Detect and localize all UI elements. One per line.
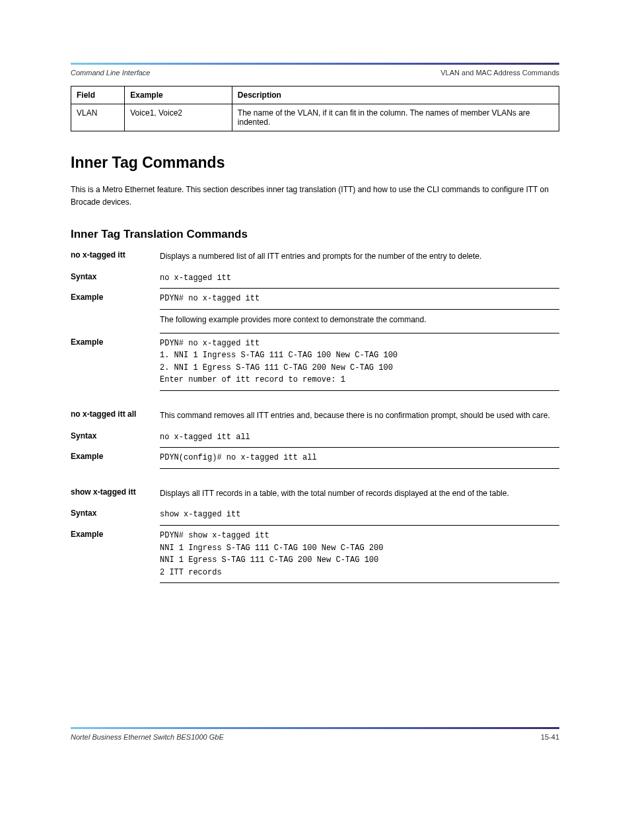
command-name-label: no x-tagged itt all xyxy=(71,409,160,419)
header-right: VLAN and MAC Address Commands xyxy=(440,69,559,77)
syntax-label: Syntax xyxy=(71,431,160,440)
divider xyxy=(160,309,559,310)
example-text: PDYN(config)# no x-tagged itt all xyxy=(160,452,559,464)
divider xyxy=(160,288,559,289)
syntax-text: show x-tagged itt xyxy=(160,508,559,521)
example-row: Example PDYN# no x-tagged itt xyxy=(71,293,559,305)
divider xyxy=(160,468,559,469)
table-header-row: Field Example Description xyxy=(71,87,559,104)
syntax-text: no x-tagged itt all xyxy=(160,431,559,444)
syntax-row: Syntax no x-tagged itt all xyxy=(71,431,559,444)
divider xyxy=(160,333,559,333)
page-footer: Nortel Business Ethernet Switch BES1000 … xyxy=(71,727,559,741)
command-block: no x-tagged itt Displays a numbered list… xyxy=(71,250,559,263)
syntax-label: Syntax xyxy=(71,508,160,518)
example-row: Example PDYN(config)# no x-tagged itt al… xyxy=(71,452,559,464)
footer-line: Nortel Business Ethernet Switch BES1000 … xyxy=(71,733,559,741)
example-row: Example PDYN# no x-tagged itt 1. NNI 1 I… xyxy=(71,337,559,386)
divider xyxy=(160,447,559,448)
divider xyxy=(160,582,559,583)
divider xyxy=(160,390,559,391)
example-line: NNI 1 Ingress S-TAG 111 C-TAG 100 New C-… xyxy=(160,542,559,555)
table-cell: The name of the VLAN, if it can fit in t… xyxy=(232,104,559,131)
table-cell: Voice1, Voice2 xyxy=(125,104,232,131)
syntax-row: Syntax show x-tagged itt xyxy=(71,508,559,521)
example-label: Example xyxy=(71,293,160,302)
footer-page-number: 15-41 xyxy=(541,733,559,741)
table-row: VLAN Voice1, Voice2 The name of the VLAN… xyxy=(71,104,559,131)
command-block: show x-tagged itt Displays all ITT recor… xyxy=(71,487,559,500)
command-description: Displays all ITT records in a table, wit… xyxy=(160,487,559,500)
example-label: Example xyxy=(71,452,160,461)
page-header: Command Line Interface VLAN and MAC Addr… xyxy=(71,69,559,77)
example-text: PDYN# no x-tagged itt 1. NNI 1 Ingress S… xyxy=(160,337,559,386)
divider xyxy=(160,525,559,526)
syntax-text: no x-tagged itt xyxy=(160,272,559,285)
example-text: PDYN# show x-tagged itt NNI 1 Ingress S-… xyxy=(160,530,559,578)
example-line: PDYN# show x-tagged itt xyxy=(160,530,559,542)
table-cell: VLAN xyxy=(71,104,125,131)
command-description: This command removes all ITT entries and… xyxy=(160,409,559,422)
command-block: no x-tagged itt all This command removes… xyxy=(71,409,559,422)
table-header-cell: Description xyxy=(232,87,559,104)
example-line: Enter number of itt record to remove: 1 xyxy=(160,374,559,386)
command-note: The following example provides more cont… xyxy=(160,314,559,326)
syntax-row: Syntax no x-tagged itt xyxy=(71,272,559,285)
example-row: Example PDYN# show x-tagged itt NNI 1 In… xyxy=(71,530,559,578)
section-intro: This is a Metro Ethernet feature. This s… xyxy=(71,184,559,208)
example-label: Example xyxy=(71,530,160,539)
header-left: Command Line Interface xyxy=(71,69,150,77)
table-header-cell: Field xyxy=(71,87,125,104)
section-inner-tag: Inner Tag Commands This is a Metro Ether… xyxy=(71,154,559,583)
example-line: 2 ITT records xyxy=(160,567,559,579)
command-description: Displays a numbered list of all ITT entr… xyxy=(160,250,559,263)
example-line: NNI 1 Egress S-TAG 111 C-TAG 200 New C-T… xyxy=(160,554,559,567)
command-name-label: no x-tagged itt xyxy=(71,250,160,260)
footer-gradient-bar xyxy=(71,727,559,729)
example-line: 2. NNI 1 Egress S-TAG 111 C-TAG 200 New … xyxy=(160,362,559,374)
heading-3: Inner Tag Translation Commands xyxy=(71,228,559,241)
example-line: PDYN# no x-tagged itt xyxy=(160,337,559,350)
example-line: 1. NNI 1 Ingress S-TAG 111 C-TAG 100 New… xyxy=(160,349,559,362)
document-page: Command Line Interface VLAN and MAC Addr… xyxy=(0,0,630,840)
command-name-label: show x-tagged itt xyxy=(71,487,160,497)
example-text: PDYN# no x-tagged itt xyxy=(160,293,559,305)
table-header-cell: Example xyxy=(125,87,232,104)
header-gradient-bar xyxy=(71,63,559,65)
footer-left: Nortel Business Ethernet Switch BES1000 … xyxy=(71,733,224,741)
example-label: Example xyxy=(71,337,160,347)
heading-2: Inner Tag Commands xyxy=(71,154,559,172)
syntax-label: Syntax xyxy=(71,272,160,281)
vlan-field-table: Field Example Description VLAN Voice1, V… xyxy=(71,86,559,131)
